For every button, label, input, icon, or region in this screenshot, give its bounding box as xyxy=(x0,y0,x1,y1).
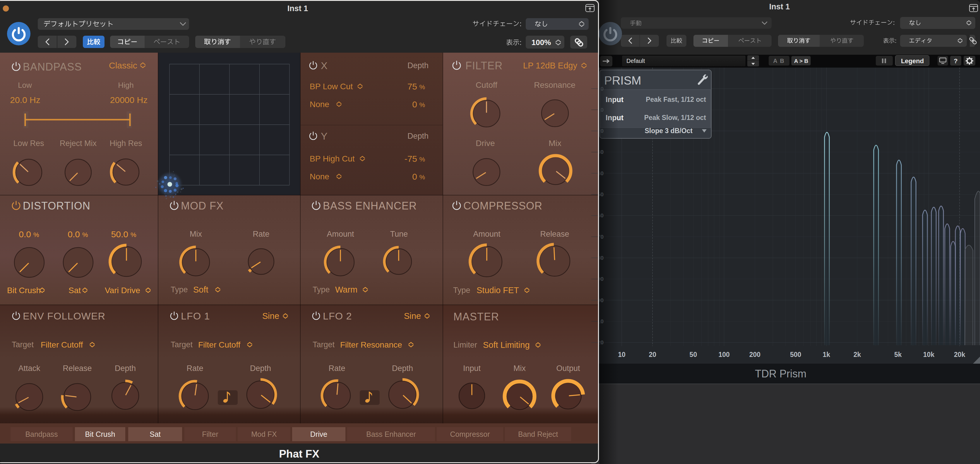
svg-text:ENV FOLLOWER: ENV FOLLOWER xyxy=(23,310,105,321)
svg-text:Depth: Depth xyxy=(392,364,413,373)
svg-text:Drive: Drive xyxy=(476,139,495,148)
svg-text:0: 0 xyxy=(412,172,417,181)
svg-text:Peak Slow, 1/12 oct: Peak Slow, 1/12 oct xyxy=(644,114,706,121)
svg-text:Target: Target xyxy=(313,340,335,349)
svg-text:None: None xyxy=(310,172,329,181)
svg-text:Target: Target xyxy=(171,340,193,349)
svg-text:%: % xyxy=(130,231,137,238)
svg-text:BP Low Cut: BP Low Cut xyxy=(310,82,353,91)
svg-text:50: 50 xyxy=(690,351,697,358)
svg-text:MASTER: MASTER xyxy=(453,311,499,323)
svg-text:Sine: Sine xyxy=(404,311,421,321)
svg-text:Target: Target xyxy=(12,340,34,349)
svg-text:Rate: Rate xyxy=(186,364,203,373)
svg-text:TDR Prism: TDR Prism xyxy=(755,368,807,380)
svg-text:None: None xyxy=(310,100,329,109)
svg-text:0.0: 0.0 xyxy=(19,229,31,239)
svg-text:Classic: Classic xyxy=(109,60,137,70)
svg-text:Drive: Drive xyxy=(310,430,327,438)
svg-text:Band Reject: Band Reject xyxy=(518,430,558,438)
svg-text:50.0: 50.0 xyxy=(111,229,128,239)
svg-text:DISTORTION: DISTORTION xyxy=(23,200,91,212)
svg-text:Inst 1: Inst 1 xyxy=(288,4,308,13)
svg-text:Reject Mix: Reject Mix xyxy=(60,139,97,148)
svg-text:Peak Fast, 1/12 oct: Peak Fast, 1/12 oct xyxy=(646,96,706,103)
svg-text:Release: Release xyxy=(540,230,569,238)
svg-text:Sat: Sat xyxy=(68,286,81,295)
svg-text:Bandpass: Bandpass xyxy=(25,430,58,438)
svg-text:Legend: Legend xyxy=(901,57,924,65)
svg-text:Mod FX: Mod FX xyxy=(251,430,277,438)
svg-text:Vari Drive: Vari Drive xyxy=(105,286,140,295)
svg-text:5k: 5k xyxy=(894,351,902,358)
svg-text:BANDPASS: BANDPASS xyxy=(23,61,82,73)
svg-text:A B: A B xyxy=(773,58,785,64)
svg-text:Tune: Tune xyxy=(390,230,408,238)
svg-text:0.0: 0.0 xyxy=(68,229,80,239)
svg-text:Rate: Rate xyxy=(328,364,345,373)
svg-text:LFO 1: LFO 1 xyxy=(181,310,210,321)
svg-text:Bit Crush: Bit Crush xyxy=(85,430,115,438)
svg-text:X: X xyxy=(321,60,328,71)
svg-text:Limiter: Limiter xyxy=(453,340,477,349)
svg-text:-75: -75 xyxy=(404,154,417,164)
svg-text:Type: Type xyxy=(453,286,470,295)
svg-text:Release: Release xyxy=(63,364,92,373)
svg-text:Amount: Amount xyxy=(473,230,501,238)
svg-text:%: % xyxy=(419,101,425,108)
svg-text:Default: Default xyxy=(627,58,645,64)
svg-text:Phat FX: Phat FX xyxy=(279,448,319,460)
svg-text:%: % xyxy=(33,231,39,238)
svg-text:2k: 2k xyxy=(854,351,861,358)
svg-text:Studio FET: Studio FET xyxy=(477,286,519,295)
svg-text:High Res: High Res xyxy=(110,139,142,148)
svg-text:Amount: Amount xyxy=(327,230,354,238)
svg-text:Bit Crush: Bit Crush xyxy=(7,286,41,295)
svg-text:%: % xyxy=(419,156,425,163)
svg-text:20: 20 xyxy=(649,351,656,358)
svg-text:Depth: Depth xyxy=(407,61,428,70)
svg-text:Y: Y xyxy=(321,130,328,141)
svg-text:Type: Type xyxy=(313,285,330,294)
svg-text:MOD FX: MOD FX xyxy=(181,200,224,212)
svg-text:20k: 20k xyxy=(954,351,966,358)
svg-text:10: 10 xyxy=(618,351,625,358)
svg-text:Cutoff: Cutoff xyxy=(476,81,497,89)
svg-text:LFO 2: LFO 2 xyxy=(323,310,352,321)
svg-text:200: 200 xyxy=(749,351,760,358)
svg-text:Depth: Depth xyxy=(407,132,428,140)
svg-text:10k: 10k xyxy=(923,351,935,358)
svg-text:Filter Cutoff: Filter Cutoff xyxy=(41,340,83,349)
svg-text:BASS ENHANCER: BASS ENHANCER xyxy=(323,200,417,212)
svg-text:Mix: Mix xyxy=(190,230,202,238)
svg-text:Attack: Attack xyxy=(18,364,40,373)
svg-text:Rate: Rate xyxy=(253,230,269,238)
svg-text:Resonance: Resonance xyxy=(534,81,576,89)
svg-text:Depth: Depth xyxy=(250,364,271,373)
svg-text:Depth: Depth xyxy=(115,364,136,373)
svg-text:0: 0 xyxy=(412,100,417,109)
svg-text:100: 100 xyxy=(718,351,729,358)
svg-text:Filter Resonance: Filter Resonance xyxy=(340,340,402,349)
svg-text:Input: Input xyxy=(463,364,481,373)
svg-text:Sine: Sine xyxy=(262,311,279,321)
svg-text:500: 500 xyxy=(790,351,801,358)
svg-text:Output: Output xyxy=(556,364,580,373)
svg-text:BP High Cut: BP High Cut xyxy=(310,154,355,163)
svg-text:Mix: Mix xyxy=(549,139,562,148)
svg-text:Filter Cutoff: Filter Cutoff xyxy=(198,340,240,349)
svg-text:Sat: Sat xyxy=(150,430,161,438)
svg-text:Warm: Warm xyxy=(335,285,357,294)
svg-text:A > B: A > B xyxy=(794,58,808,64)
svg-text:Mix: Mix xyxy=(514,364,526,373)
svg-text:75: 75 xyxy=(407,82,417,91)
svg-text:High: High xyxy=(118,81,134,89)
svg-text:20.0 Hz: 20.0 Hz xyxy=(10,95,40,105)
svg-text:Inst 1: Inst 1 xyxy=(769,2,790,11)
svg-text:FILTER: FILTER xyxy=(465,60,503,72)
svg-text:LP 12dB Edgy: LP 12dB Edgy xyxy=(523,61,577,70)
svg-text:COMPRESSOR: COMPRESSOR xyxy=(463,200,542,212)
svg-text:%: % xyxy=(419,173,425,181)
svg-text:Low Res: Low Res xyxy=(13,139,44,148)
svg-text:Slope 3 dB/Oct: Slope 3 dB/Oct xyxy=(644,127,692,135)
